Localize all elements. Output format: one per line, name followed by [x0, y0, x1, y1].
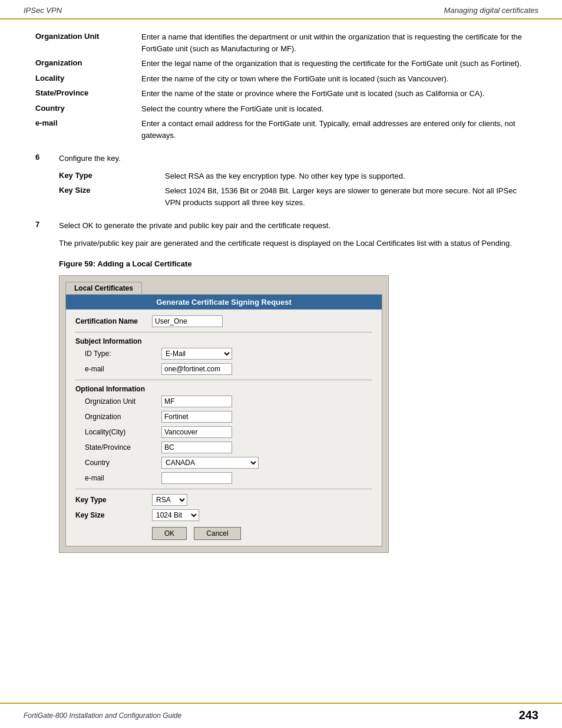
locality-row: Locality(City)	[85, 426, 372, 438]
id-type-row: ID Type: E-MailIPDNS	[85, 348, 372, 360]
key-definition-table: Key TypeSelect RSA as the key encryption…	[59, 170, 527, 209]
email-subject-label: e-mail	[85, 365, 161, 373]
def-desc: Select the country where the FortiGate u…	[141, 103, 527, 115]
optional-info-section-label: Optional Information	[75, 385, 372, 393]
locality-label: Locality(City)	[85, 428, 161, 436]
cert-name-label: Certification Name	[75, 317, 152, 325]
key-def-desc: Select RSA as the key encryption type. N…	[165, 170, 527, 182]
page-header: IPSec VPN Managing digital certificates	[0, 0, 562, 19]
locality-input[interactable]	[161, 426, 232, 438]
step-6-number: 6	[35, 153, 47, 162]
step-7-para: The private/public key pair are generate…	[59, 238, 527, 249]
id-type-select[interactable]: E-MailIPDNS	[161, 348, 232, 360]
def-term: Organization Unit	[35, 31, 130, 54]
screenshot-container: Local Certificates Generate Certificate …	[59, 275, 389, 553]
org-input[interactable]	[161, 411, 232, 423]
main-content: Organization UnitEnter a name that ident…	[0, 19, 562, 571]
button-row: OK Cancel	[152, 527, 372, 540]
footer-left: FortiGate-800 Installation and Configura…	[24, 711, 181, 720]
header-left: IPSec VPN	[24, 6, 62, 15]
key-type-row: Key Type RSA	[75, 494, 372, 506]
org-label: Orgnization	[85, 413, 161, 421]
country-row: Country CANADAUSAUK	[85, 457, 372, 469]
key-type-select[interactable]: RSA	[152, 494, 187, 506]
subject-info-section-label: Subject Information	[75, 337, 372, 345]
def-term: Locality	[35, 73, 130, 85]
step-7-number: 7	[35, 220, 47, 229]
divider-2	[75, 380, 372, 380]
key-type-form-label: Key Type	[75, 496, 152, 504]
form-header-title: Generate Certificate Signing Request	[66, 295, 382, 309]
key-def-desc: Select 1024 Bit, 1536 Bit or 2048 Bit. L…	[165, 185, 527, 208]
header-right: Managing digital certificates	[444, 6, 538, 15]
step-7-row: 7 Select OK to generate the private and …	[35, 220, 527, 232]
step-6-text: Configure the key.	[59, 153, 121, 164]
state-label: State/Province	[85, 443, 161, 452]
email-optional-input[interactable]	[161, 472, 232, 484]
step-7-text: Select OK to generate the private and pu…	[59, 220, 330, 232]
email-subject-row: e-mail	[85, 363, 372, 375]
cert-name-row: Certification Name	[75, 315, 372, 327]
org-unit-row: Orgnization Unit	[85, 396, 372, 407]
cert-definition-table: Organization UnitEnter a name that ident…	[35, 31, 527, 141]
step-6-row: 6 Configure the key.	[35, 153, 527, 164]
def-desc: Enter the name of the state or province …	[141, 88, 527, 100]
key-def-term: Key Size	[59, 185, 153, 208]
state-input[interactable]	[161, 442, 232, 453]
figure-caption: Figure 59: Adding a Local Certificate	[59, 259, 527, 268]
tab-area: Local Certificates	[65, 282, 382, 294]
key-size-form-label: Key Size	[75, 511, 152, 519]
state-row: State/Province	[85, 442, 372, 453]
email-subject-input[interactable]	[161, 363, 232, 375]
cert-name-input[interactable]	[152, 315, 223, 327]
def-desc: Enter a contact email address for the Fo…	[141, 118, 527, 141]
email-optional-label: e-mail	[85, 474, 161, 482]
country-label: Country	[85, 459, 161, 467]
page-footer: FortiGate-800 Installation and Configura…	[0, 703, 562, 728]
org-unit-label: Orgnization Unit	[85, 397, 161, 406]
def-desc: Enter the name of the city or town where…	[141, 73, 527, 85]
cancel-button[interactable]: Cancel	[194, 527, 240, 540]
def-desc: Enter the legal name of the organization…	[141, 58, 527, 70]
form-body: Certification Name Subject Information I…	[66, 309, 382, 546]
footer-right: 243	[519, 709, 538, 722]
def-term: Organization	[35, 58, 130, 70]
divider-1	[75, 332, 372, 332]
country-select[interactable]: CANADAUSAUK	[161, 457, 259, 469]
id-type-label: ID Type:	[85, 350, 161, 358]
local-certificates-tab[interactable]: Local Certificates	[65, 282, 142, 294]
key-size-row: Key Size 1024 Bit1536 Bit2048 Bit	[75, 509, 372, 521]
key-def-term: Key Type	[59, 170, 153, 182]
divider-3	[75, 489, 372, 489]
def-desc: Enter a name that identifies the departm…	[141, 31, 527, 54]
org-unit-input[interactable]	[161, 396, 232, 407]
email-optional-row: e-mail	[85, 472, 372, 484]
def-term: State/Province	[35, 88, 130, 100]
form-panel: Generate Certificate Signing Request Cer…	[65, 294, 382, 546]
org-row: Orgnization	[85, 411, 372, 423]
ok-button[interactable]: OK	[152, 527, 187, 540]
def-term: Country	[35, 103, 130, 115]
def-term: e-mail	[35, 118, 130, 141]
key-size-select[interactable]: 1024 Bit1536 Bit2048 Bit	[152, 509, 199, 521]
